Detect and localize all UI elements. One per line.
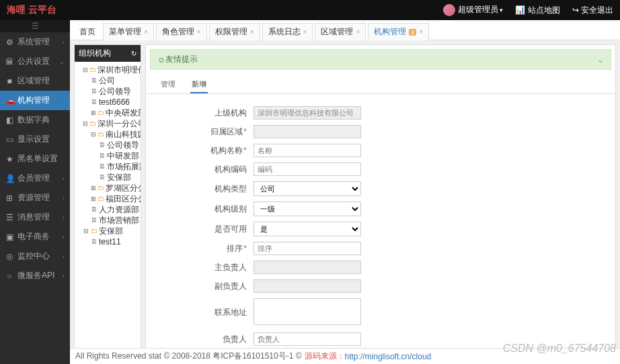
refresh-icon[interactable]: ↻ bbox=[131, 50, 137, 57]
tab-系统日志[interactable]: 系统日志× bbox=[262, 23, 313, 40]
page-icon: 🗎 bbox=[99, 150, 106, 161]
org-type-select[interactable]: 公司 bbox=[254, 181, 361, 196]
subtab-管理[interactable]: 管理 bbox=[159, 77, 177, 93]
tree-node[interactable]: ⊞🗀福田区分公司 bbox=[76, 193, 139, 204]
chevron-icon: ‹ bbox=[63, 214, 65, 221]
page-icon: 🗎 bbox=[99, 172, 106, 183]
menu-icon: ◎ bbox=[5, 252, 13, 261]
tab-区域管理[interactable]: 区域管理× bbox=[315, 23, 366, 40]
tree-node[interactable]: 🗎公司领导 bbox=[76, 140, 139, 150]
primary-manager-input[interactable] bbox=[254, 261, 361, 274]
tab-bar: 首页菜单管理×角色管理×权限管理×系统日志×区域管理×机构管理2× bbox=[70, 20, 620, 40]
source-link[interactable]: http://minglisoft.cn/cloud bbox=[345, 352, 432, 361]
close-icon[interactable]: × bbox=[144, 28, 148, 36]
tree-node[interactable]: 🗎市场营销部 bbox=[76, 215, 139, 226]
chevron-icon: ‹ bbox=[63, 195, 65, 201]
logout-link[interactable]: ↪ 安全退出 bbox=[572, 5, 613, 16]
enabled-select[interactable]: 是 bbox=[254, 222, 361, 236]
tree-node[interactable]: ⊟🗀南山科技园分公司 bbox=[76, 129, 139, 140]
tree-toggle-icon[interactable]: ⊟ bbox=[91, 129, 96, 140]
tree-toggle-icon[interactable]: ⊞ bbox=[91, 183, 96, 193]
top-bar: 海哩 云平台 超级管理员▾ 📊 站点地图 ↪ 安全退出 bbox=[0, 0, 620, 20]
folder-icon: 🗀 bbox=[98, 129, 104, 140]
close-icon[interactable]: × bbox=[303, 28, 307, 36]
sidebar-item-数据字典[interactable]: ◧数据字典 bbox=[0, 110, 70, 130]
sidebar-item-会员管理[interactable]: 👤会员管理‹ bbox=[0, 169, 70, 188]
page-icon: 🗎 bbox=[91, 75, 98, 86]
secondary-manager-input[interactable] bbox=[254, 279, 361, 293]
tab-角色管理[interactable]: 角色管理× bbox=[156, 23, 207, 40]
org-tree-panel: 组织机构 ↻ ⊟🗀深圳市明理信息科技有限公司🗎公司🗎公司领导🗎test6666⊞… bbox=[74, 44, 141, 360]
tree-node[interactable]: 🗎人力资源部 bbox=[76, 204, 139, 215]
tree-toggle-icon[interactable]: ⊟ bbox=[83, 118, 88, 129]
address-input[interactable] bbox=[254, 298, 361, 325]
tree-node[interactable]: 🗎中研发部 bbox=[76, 150, 139, 161]
sidebar-item-微服务API[interactable]: ○微服务API‹ bbox=[0, 266, 70, 285]
tree-node[interactable]: 🗎test6666 bbox=[76, 97, 139, 107]
menu-icon: ◧ bbox=[5, 116, 13, 125]
sidebar-collapse[interactable]: ☰ bbox=[0, 20, 70, 32]
tree-node[interactable]: ⊞🗀罗湖区分公司 bbox=[76, 183, 139, 193]
tree-node[interactable]: ⊞🗀中央研发部 bbox=[76, 107, 139, 118]
close-icon[interactable]: × bbox=[419, 28, 423, 36]
menu-icon: 🚗 bbox=[5, 96, 13, 105]
tab-权限管理[interactable]: 权限管理× bbox=[209, 23, 260, 40]
brand-logo: 海哩 云平台 bbox=[7, 4, 56, 16]
folder-icon: 🗀 bbox=[89, 118, 96, 129]
sidebar-item-区域管理[interactable]: ■区域管理 bbox=[0, 71, 70, 91]
close-icon[interactable]: × bbox=[356, 28, 360, 36]
subtab-新增[interactable]: 新增 bbox=[190, 77, 208, 93]
tree-node[interactable]: 🗎公司领导 bbox=[76, 86, 139, 97]
tree-header: 组织机构 ↻ bbox=[75, 45, 141, 62]
sidebar-item-监控中心[interactable]: ◎监控中心‹ bbox=[0, 246, 70, 266]
alert-toggle-icon[interactable]: ⌄ bbox=[597, 55, 604, 64]
page-icon: 🗎 bbox=[99, 140, 106, 150]
tree-toggle-icon[interactable]: ⊟ bbox=[83, 226, 89, 236]
menu-icon: ■ bbox=[5, 77, 13, 86]
area-input[interactable] bbox=[254, 125, 361, 138]
tab-菜单管理[interactable]: 菜单管理× bbox=[103, 23, 154, 40]
tree-node[interactable]: 🗎test11 bbox=[76, 236, 139, 247]
footer: All Rights Reserved stat © 2008-2018 粤IC… bbox=[70, 348, 620, 364]
sidebar-item-显示设置[interactable]: ▭显示设置 bbox=[0, 130, 70, 149]
chevron-icon: ‹ bbox=[63, 39, 65, 46]
tree-node[interactable]: ⊟🗀深圳一分公司 bbox=[76, 118, 139, 129]
tree-node[interactable]: ⊟🗀深圳市明理信息科技有限公司 bbox=[76, 64, 139, 75]
user-menu[interactable]: 超级管理员▾ bbox=[443, 4, 503, 16]
parent-org-input[interactable] bbox=[254, 106, 361, 120]
close-icon[interactable]: × bbox=[197, 28, 201, 36]
tree-node[interactable]: 🗎市场拓展部 bbox=[76, 161, 139, 172]
menu-icon: ○ bbox=[5, 271, 13, 281]
sitemap-link[interactable]: 📊 站点地图 bbox=[515, 5, 559, 16]
sidebar-item-消息管理[interactable]: ☰消息管理‹ bbox=[0, 208, 70, 227]
sidebar-item-电子商务[interactable]: ▣电子商务‹ bbox=[0, 227, 70, 246]
sort-input[interactable] bbox=[254, 242, 361, 255]
tree-toggle-icon[interactable]: ⊟ bbox=[83, 64, 88, 75]
menu-icon: ☰ bbox=[5, 213, 13, 222]
org-level-select[interactable]: 一级 bbox=[254, 201, 361, 216]
close-icon[interactable]: × bbox=[250, 28, 254, 36]
tree-toggle-icon[interactable]: ⊞ bbox=[91, 107, 96, 118]
sidebar-item-系统管理[interactable]: ⚙系统管理‹ bbox=[0, 32, 70, 52]
tab-首页[interactable]: 首页 bbox=[74, 24, 101, 40]
org-code-input[interactable] bbox=[254, 163, 361, 176]
tree-node[interactable]: 🗎安保部 bbox=[76, 172, 139, 183]
manager-input[interactable] bbox=[254, 332, 361, 346]
tree-node[interactable]: ⊟🗀安保部 bbox=[76, 226, 139, 236]
sidebar-item-黑名单设置[interactable]: ★黑名单设置 bbox=[0, 149, 70, 169]
tree-toggle-icon[interactable]: ⊞ bbox=[91, 193, 96, 204]
menu-icon: 👤 bbox=[5, 174, 13, 183]
page-icon: 🗎 bbox=[91, 215, 98, 226]
tab-机构管理[interactable]: 机构管理2× bbox=[368, 23, 429, 40]
tree-node[interactable]: 🗎公司 bbox=[76, 75, 139, 86]
chevron-icon: ‹ bbox=[63, 234, 65, 240]
org-name-input[interactable] bbox=[254, 144, 361, 157]
caret-down-icon: ▾ bbox=[500, 7, 503, 13]
sidebar-item-资源管理[interactable]: ⊞资源管理‹ bbox=[0, 188, 70, 208]
sidebar-item-机构管理[interactable]: 🚗机构管理 bbox=[0, 91, 70, 110]
sidebar: ☰ ⚙系统管理‹🏛公共设置⌄■区域管理🚗机构管理◧数据字典▭显示设置★黑名单设置… bbox=[0, 20, 70, 364]
menu-icon: ▭ bbox=[5, 135, 13, 144]
folder-icon: 🗀 bbox=[98, 107, 104, 118]
folder-icon: 🗀 bbox=[98, 193, 104, 204]
sidebar-item-公共设置[interactable]: 🏛公共设置⌄ bbox=[0, 52, 70, 71]
